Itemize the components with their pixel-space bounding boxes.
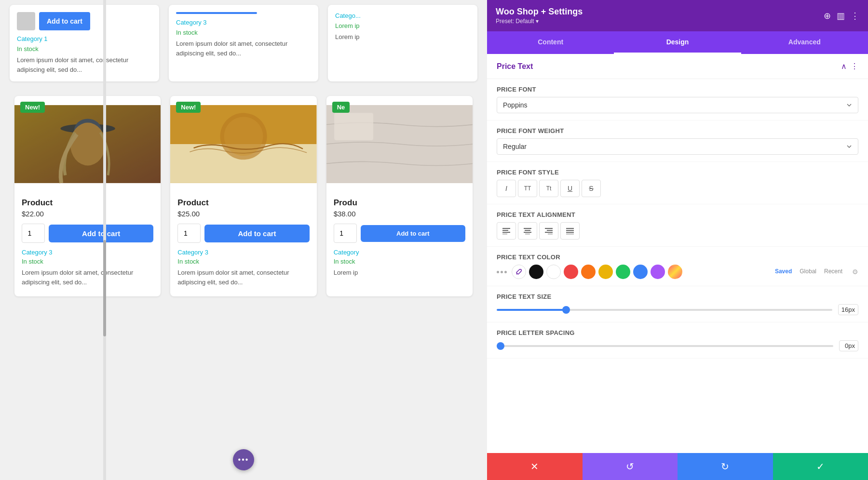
- price-font-weight-select[interactable]: Regular Thin Light Medium Bold Extra Bol…: [497, 138, 858, 155]
- product-card-3: Ne Produ $38.00 Add to cart Category In …: [326, 96, 473, 296]
- color-gradient[interactable]: [668, 265, 682, 279]
- product-image-wrapper-3: Ne: [326, 96, 473, 192]
- color-blue[interactable]: [633, 265, 648, 279]
- price-font-row: Price Font Poppins: [487, 79, 868, 120]
- color-tab-recent[interactable]: Recent: [824, 268, 842, 276]
- product-desc-2: Lorem ipsum dolor sit amet, consectetur …: [170, 268, 316, 287]
- price-text-color-row: Price Text Color: [487, 247, 868, 286]
- price-letter-spacing-slider[interactable]: [497, 345, 833, 347]
- price-text-size-slider-row: 16px: [497, 304, 858, 315]
- layout-icon[interactable]: ▥: [837, 11, 845, 21]
- price-letter-spacing-slider-row: 0px: [497, 340, 858, 351]
- color-purple[interactable]: [651, 265, 665, 279]
- panel-body: Price Text ∧ ⋮ Price Font Poppins Price …: [487, 54, 868, 453]
- color-tab-global[interactable]: Global: [800, 268, 816, 276]
- tab-advanced[interactable]: Advanced: [741, 31, 868, 54]
- scrollbar-thumb[interactable]: [103, 240, 106, 336]
- color-orange[interactable]: [581, 265, 596, 279]
- product-title-1: Product: [22, 198, 153, 208]
- align-center-btn[interactable]: [518, 222, 537, 240]
- product-category-2[interactable]: Category 3: [170, 249, 316, 256]
- add-to-cart-top-1[interactable]: Add to cart: [39, 12, 90, 30]
- color-green[interactable]: [616, 265, 630, 279]
- tab-content[interactable]: Content: [487, 31, 614, 54]
- top-product-row: Add to cart Category 1 In stock Lorem ip…: [10, 5, 477, 81]
- product-category-3[interactable]: Category: [326, 249, 473, 256]
- in-stock-top-1: In stock: [17, 45, 152, 53]
- price-font-select[interactable]: Poppins: [497, 97, 858, 113]
- panel-tabs: Content Design Advanced: [487, 31, 868, 54]
- color-more-btn[interactable]: [497, 271, 507, 273]
- product-info-2: Product $25.00: [170, 192, 316, 218]
- uppercase-btn[interactable]: TT: [518, 180, 537, 197]
- svg-rect-4: [14, 105, 161, 183]
- desc-top-2: Lorem ipsum dolor sit amet, consectetur …: [176, 39, 311, 58]
- price-font-style-label: Price Font Style: [497, 169, 858, 176]
- settings-panel: Woo Shop + Settings Preset: Default ▾ ⊕ …: [487, 0, 868, 480]
- panel-actions: ✕ ↺ ↻ ✓: [487, 453, 868, 480]
- add-to-cart-btn-1[interactable]: Add to cart: [49, 225, 153, 242]
- add-to-cart-btn-2[interactable]: Add to cart: [204, 225, 309, 242]
- section-more-icon[interactable]: ⋮: [851, 62, 858, 71]
- color-picker: Saved Global Recent ⚙: [497, 265, 858, 279]
- capitalize-btn[interactable]: Tt: [539, 180, 558, 197]
- scrollbar-track: [103, 0, 106, 480]
- eyedropper-btn[interactable]: [512, 265, 526, 279]
- panel-header: Woo Shop + Settings Preset: Default ▾ ⊕ …: [487, 0, 868, 31]
- collapse-icon[interactable]: ∧: [841, 62, 847, 71]
- more-options-icon[interactable]: ⋮: [851, 11, 859, 21]
- color-black[interactable]: [529, 265, 543, 279]
- color-yellow[interactable]: [598, 265, 613, 279]
- italic-btn[interactable]: I: [497, 180, 516, 197]
- product-image-wrapper-2: New!: [170, 96, 316, 192]
- qty-button-top-1[interactable]: [17, 12, 35, 30]
- price-letter-spacing-row: Price Letter Spacing 0px: [487, 322, 868, 359]
- color-white[interactable]: [546, 265, 561, 279]
- color-gear-icon[interactable]: ⚙: [852, 268, 858, 276]
- fab-button[interactable]: •••: [233, 449, 254, 470]
- qty-input-2[interactable]: [177, 224, 201, 243]
- product-category-1[interactable]: Category 3: [14, 249, 161, 256]
- underline-btn[interactable]: U: [560, 180, 580, 197]
- align-justify-btn[interactable]: [560, 222, 580, 240]
- price-text-section-header: Price Text ∧ ⋮: [487, 54, 868, 79]
- qty-input-3[interactable]: [334, 224, 357, 243]
- undo-button[interactable]: ↺: [583, 453, 678, 480]
- tab-design[interactable]: Design: [614, 31, 741, 54]
- section-header-actions: ∧ ⋮: [841, 62, 858, 71]
- save-button[interactable]: ✓: [773, 453, 868, 480]
- product-card-top-1: Add to cart Category 1 In stock Lorem ip…: [10, 5, 159, 81]
- price-text-size-slider[interactable]: [497, 309, 832, 311]
- in-stock-top-3: Lorem ip: [335, 22, 470, 29]
- qty-input-1[interactable]: [22, 224, 45, 243]
- product-stock-2: In stock: [170, 258, 316, 265]
- desc-top-3: Lorem ip: [335, 32, 470, 42]
- svg-line-29: [516, 273, 517, 274]
- product-actions-1: Add to cart: [14, 224, 161, 243]
- cancel-button[interactable]: ✕: [487, 453, 583, 480]
- product-image-wrapper-1: New!: [14, 96, 161, 192]
- align-right-btn[interactable]: [539, 222, 558, 240]
- price-text-color-label: Price Text Color: [497, 253, 858, 261]
- product-actions-2: Add to cart: [170, 224, 316, 243]
- product-card-2: New! Product $25.00 Add to cart Category…: [170, 96, 316, 296]
- color-red[interactable]: [564, 265, 578, 279]
- panel-title: Woo Shop + Settings: [496, 7, 583, 17]
- main-content: Add to cart Category 1 In stock Lorem ip…: [0, 0, 487, 480]
- category-link-top-3[interactable]: Catego...: [335, 12, 470, 19]
- product-info-1: Product $22.00: [14, 192, 161, 218]
- color-tab-saved[interactable]: Saved: [775, 268, 792, 276]
- product-desc-3: Lorem ip: [326, 268, 473, 278]
- target-icon[interactable]: ⊕: [824, 11, 831, 21]
- price-font-weight-row: Price Font Weight Regular Thin Light Med…: [487, 120, 868, 162]
- panel-preset[interactable]: Preset: Default ▾: [496, 18, 583, 25]
- align-left-btn[interactable]: [497, 222, 516, 240]
- category-link-top-1[interactable]: Category 1: [17, 35, 152, 42]
- add-to-cart-btn-3[interactable]: Add to cart: [361, 225, 465, 242]
- desc-top-1: Lorem ipsum dolor sit amet, consectetur …: [17, 55, 152, 74]
- category-link-top-2[interactable]: Category 3: [176, 19, 311, 26]
- font-style-buttons: I TT Tt U S: [497, 180, 858, 197]
- strikethrough-btn[interactable]: S: [582, 180, 601, 197]
- price-text-size-row: Price Text Size 16px: [487, 286, 868, 322]
- redo-button[interactable]: ↻: [678, 453, 773, 480]
